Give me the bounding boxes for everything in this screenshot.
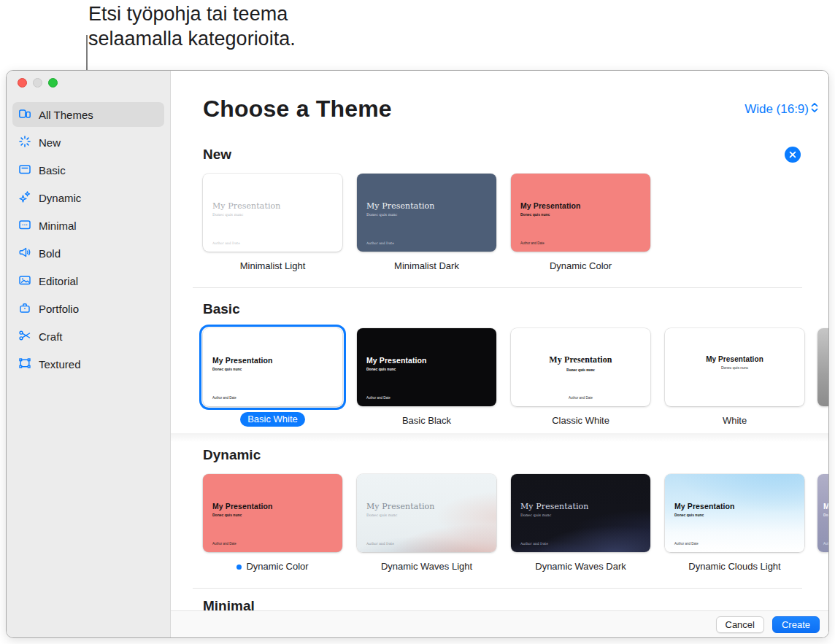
sidebar: All Themes New Basic — [7, 71, 171, 637]
category-list: All Themes New Basic — [7, 102, 170, 376]
selection-ring: My Presentation Donec quis nunc Author a… — [199, 325, 346, 410]
sticky-header-shadow — [171, 433, 828, 442]
sidebar-item-label: Textured — [39, 358, 81, 371]
theme-card-dynamic-color[interactable]: My Presentation Donec quis nunc Author a… — [511, 174, 650, 252]
sidebar-item-label: Portfolio — [39, 303, 79, 315]
sidebar-item-textured[interactable]: Textured — [12, 352, 164, 376]
theme-label: White — [723, 415, 747, 427]
section-divider — [193, 287, 802, 288]
theme-thumb-dynamic-clouds-light: My Presentation Donec quis nunc Author a… — [661, 470, 808, 573]
window-controls — [7, 71, 170, 88]
theme-card-dynamic-color[interactable]: My Presentation Donec quis nunc Author a… — [203, 474, 342, 552]
sidebar-item-new[interactable]: New — [12, 130, 164, 155]
theme-card-minimalist-dark[interactable]: My Presentation Donec quis nunc Author a… — [357, 174, 496, 252]
scissors-icon — [18, 329, 31, 344]
sidebar-item-minimal[interactable]: Minimal — [12, 213, 164, 238]
theme-card-dynamic-waves-dark[interactable]: My Presentation Donec quis nunc Author a… — [511, 474, 650, 552]
dismiss-new-section-button[interactable] — [785, 147, 801, 163]
all-themes-icon — [18, 107, 31, 123]
sidebar-item-basic[interactable]: Basic — [12, 158, 164, 182]
basic-slide-icon — [18, 163, 31, 178]
sidebar-item-editorial[interactable]: Editorial — [12, 268, 164, 293]
zoom-window-button[interactable] — [48, 78, 58, 88]
sidebar-item-dynamic[interactable]: Dynamic — [12, 185, 164, 210]
selected-theme-badge: Basic White — [240, 412, 305, 427]
chevron-up-down-icon — [811, 102, 818, 117]
section-title: Dynamic — [203, 447, 828, 463]
theme-label: Minimalist Dark — [394, 260, 459, 272]
close-window-button[interactable] — [18, 78, 27, 88]
callout-line-2: selaamalla kategorioita. — [88, 26, 296, 51]
partial-theme-card-scrolled[interactable] — [817, 328, 828, 406]
sidebar-item-label: Minimal — [39, 220, 77, 232]
dialog-footer: Cancel Create — [171, 610, 828, 637]
theme-card-dynamic-waves-light[interactable]: My Presentation Donec quis nunc Author a… — [357, 474, 496, 552]
theme-thumb-dynamic-color-new: My Presentation Donec quis nunc Author a… — [507, 170, 654, 272]
sidebar-item-label: Dynamic — [39, 192, 81, 204]
theme-card-classic-white[interactable]: My Presentation Donec quis nunc Author a… — [511, 328, 650, 406]
theme-card-dynamic-clouds-light[interactable]: My Presentation Donec quis nunc Author a… — [665, 474, 804, 552]
theme-grid-pane: Choose a Theme Wide (16:9) New — [171, 71, 828, 637]
close-icon — [789, 148, 796, 161]
megaphone-icon — [18, 246, 31, 261]
theme-card-minimalist-light[interactable]: My Presentation Donec quis nunc Author a… — [203, 174, 342, 252]
theme-label: Dynamic Color — [550, 260, 612, 272]
section-new: New My Presentation Donec quis nunc Auth… — [171, 147, 828, 272]
section-basic: Basic My Presentation Donec quis nunc Au… — [171, 301, 828, 427]
section-divider — [193, 588, 802, 589]
theme-thumb-minimalist-light: My Presentation Donec quis nunc Author a… — [199, 170, 346, 272]
theme-thumb-dynamic-color: My Presentation Donec quis nunc Author a… — [199, 470, 346, 573]
theme-chooser-window: All Themes New Basic — [6, 70, 829, 638]
partial-theme-card-scrolled[interactable]: My Presentation Donec quis nunc Author a… — [817, 474, 828, 552]
theme-row: My Presentation Donec quis nunc Author a… — [171, 325, 828, 427]
theme-label: Minimalist Light — [240, 260, 306, 272]
sidebar-item-label: Basic — [39, 164, 66, 176]
new-sparkle-icon — [18, 135, 31, 150]
create-button[interactable]: Create — [772, 616, 820, 633]
section-title: Basic — [203, 301, 828, 317]
section-title: New — [203, 147, 828, 163]
sidebar-item-portfolio[interactable]: Portfolio — [12, 296, 164, 321]
theme-thumb-basic-white-selected: My Presentation Donec quis nunc Author a… — [199, 325, 346, 427]
theme-thumb-dynamic-waves-light: My Presentation Donec quis nunc Author a… — [353, 470, 500, 573]
sidebar-item-craft[interactable]: Craft — [12, 324, 164, 349]
minimize-window-button[interactable] — [33, 78, 42, 88]
cancel-button[interactable]: Cancel — [716, 616, 764, 633]
sidebar-item-label: Bold — [39, 247, 61, 260]
section-dynamic: Dynamic My Presentation Donec quis nunc … — [171, 433, 828, 573]
theme-label: Basic Black — [402, 415, 451, 427]
theme-label: Dynamic Waves Light — [381, 561, 472, 573]
callout-line-1: Etsi työpohja tai teema — [88, 1, 296, 26]
theme-card-white[interactable]: My Presentation Donec quis nunc Author a… — [665, 328, 804, 406]
sidebar-item-label: Craft — [39, 330, 63, 343]
photo-icon — [18, 273, 31, 289]
main-header: Choose a Theme Wide (16:9) — [171, 71, 828, 123]
theme-thumb-classic-white: My Presentation Donec quis nunc Author a… — [507, 325, 654, 427]
minimal-slide-icon — [18, 218, 31, 233]
theme-label: Dynamic Color — [236, 561, 308, 573]
callout-text: Etsi työpohja tai teema selaamalla kateg… — [88, 1, 296, 51]
theme-thumb-minimalist-dark: My Presentation Donec quis nunc Author a… — [353, 170, 500, 272]
theme-row: My Presentation Donec quis nunc Author a… — [171, 170, 828, 272]
sidebar-item-label: New — [39, 136, 61, 149]
theme-label: Classic White — [552, 415, 609, 427]
theme-label: Dynamic Waves Dark — [535, 561, 626, 573]
sidebar-item-bold[interactable]: Bold — [12, 241, 164, 265]
texture-frame-icon — [18, 357, 31, 372]
aspect-ratio-value: Wide (16:9) — [744, 102, 809, 117]
sidebar-item-label: All Themes — [39, 109, 93, 121]
briefcase-icon — [18, 301, 31, 317]
theme-thumb-basic-black: My Presentation Donec quis nunc Author a… — [353, 325, 500, 427]
aspect-ratio-selector[interactable]: Wide (16:9) — [744, 102, 818, 117]
page-title: Choose a Theme — [203, 96, 744, 123]
new-indicator-dot — [236, 565, 242, 570]
theme-thumb-dynamic-waves-dark: My Presentation Donec quis nunc Author a… — [507, 470, 654, 573]
sidebar-item-label: Editorial — [39, 275, 78, 287]
theme-card-basic-black[interactable]: My Presentation Donec quis nunc Author a… — [357, 328, 496, 406]
sidebar-item-all-themes[interactable]: All Themes — [12, 102, 164, 127]
dynamic-sparkles-icon — [18, 190, 31, 206]
theme-row: My Presentation Donec quis nunc Author a… — [171, 470, 828, 573]
theme-card-basic-white[interactable]: My Presentation Donec quis nunc Author a… — [203, 328, 342, 406]
theme-thumb-white: My Presentation Donec quis nunc Author a… — [661, 325, 808, 427]
theme-label: Dynamic Clouds Light — [688, 561, 780, 573]
